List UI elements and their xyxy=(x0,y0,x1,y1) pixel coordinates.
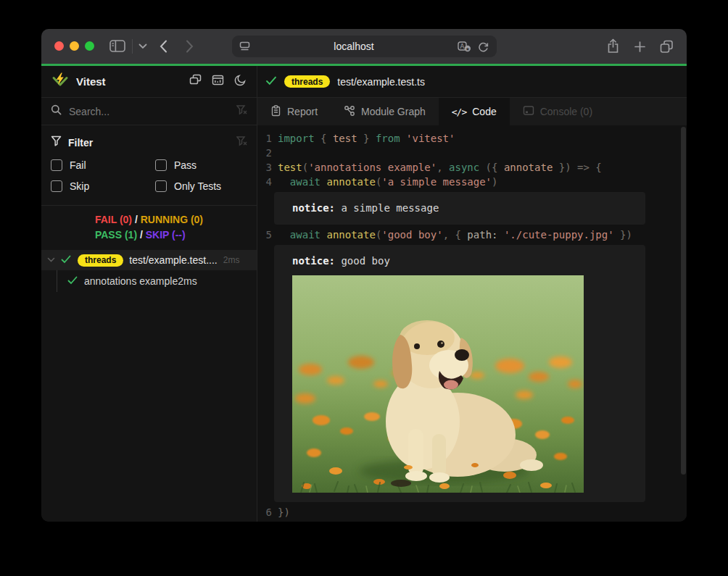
tree-row-test-case[interactable]: annotations example 2ms xyxy=(57,270,257,292)
browser-window: localhost A ★ xyxy=(41,29,687,522)
annotation-label: notice: xyxy=(292,202,335,214)
code-line: 3test('annotations example', async ({ an… xyxy=(257,160,687,175)
test-name: annotations example xyxy=(84,275,178,287)
reload-icon[interactable] xyxy=(478,41,489,52)
pool-badge: threads xyxy=(284,75,330,88)
search-icon xyxy=(51,104,62,118)
collapse-panels-icon[interactable] xyxy=(189,74,202,89)
share-icon[interactable] xyxy=(607,38,619,54)
code-line: 2 xyxy=(257,146,687,160)
dark-mode-moon-icon[interactable] xyxy=(234,74,247,89)
cute-puppy-picture xyxy=(292,275,584,493)
sidebar-toggle-icon[interactable] xyxy=(109,39,125,54)
sidebar-header: Vitest xyxy=(41,66,257,98)
checkbox-box[interactable] xyxy=(51,180,62,192)
pass-check-icon xyxy=(67,275,78,287)
annotation-image-cute-puppy xyxy=(292,275,584,493)
back-icon[interactable] xyxy=(160,40,167,53)
report-icon xyxy=(270,105,281,119)
checkbox-pass[interactable]: Pass xyxy=(155,159,247,171)
main-panel: threads test/example.test.ts Report xyxy=(257,66,687,522)
chevron-down-icon[interactable] xyxy=(138,43,147,49)
code-text: import { test } from 'vitest' xyxy=(278,131,455,146)
tab-module-graph[interactable]: Module Graph xyxy=(331,98,439,125)
annotation-message: good boy xyxy=(335,255,390,267)
code-icon: </> xyxy=(452,107,466,117)
fail-count: FAIL (0) xyxy=(95,214,132,225)
tab-report[interactable]: Report xyxy=(257,98,331,125)
line-number: 2 xyxy=(257,146,274,160)
checkbox-box[interactable] xyxy=(51,159,62,171)
line-number: 4 xyxy=(257,175,274,189)
pool-badge: threads xyxy=(78,254,123,267)
checkbox-fail[interactable]: Fail xyxy=(51,159,155,171)
skip-count: SKIP (--) xyxy=(146,229,186,241)
code-line: 4 await annotate('a simple message') xyxy=(257,175,687,189)
tab-code[interactable]: </> Code xyxy=(439,98,510,125)
code-text: await annotate('a simple message') xyxy=(278,175,497,189)
traffic-lights xyxy=(54,41,94,51)
line-number: 5 xyxy=(257,228,274,242)
filter-section: Filter Fail xyxy=(41,125,257,205)
running-count: RUNNING (0) xyxy=(141,214,203,225)
scrollbar-thumb[interactable] xyxy=(681,127,686,475)
code-line: 1import { test } from 'vitest' xyxy=(257,131,687,146)
filter-title: Filter xyxy=(68,137,93,149)
console-icon xyxy=(523,105,534,118)
tab-console[interactable]: Console (0) xyxy=(510,98,605,125)
code-line: 5 await annotate('good boy', { path: './… xyxy=(257,228,687,242)
app-title: Vitest xyxy=(76,75,106,88)
search-bar xyxy=(41,98,257,125)
annotation-label: notice: xyxy=(292,255,335,267)
module-graph-icon xyxy=(344,105,355,119)
tree-row-test-file[interactable]: threads test/example.test.... 2ms xyxy=(41,250,257,270)
chevron-down-icon[interactable] xyxy=(47,254,55,266)
duration: 2ms xyxy=(178,275,197,287)
desktop: localhost A ★ xyxy=(0,0,728,576)
search-input[interactable] xyxy=(69,106,236,117)
line-number: 1 xyxy=(257,131,274,146)
annotation-message: a simple message xyxy=(335,202,439,214)
pass-check-icon xyxy=(265,75,277,88)
line-number: 6 xyxy=(257,505,274,519)
test-tree: threads test/example.test.... 2ms annota… xyxy=(41,250,257,292)
pass-count: PASS (1) xyxy=(95,229,137,241)
code-editor[interactable]: 1import { test } from 'vitest'23test('an… xyxy=(257,125,687,522)
annotation-notice: notice: a simple message xyxy=(274,192,645,225)
url-text: localhost xyxy=(250,41,458,52)
forward-icon[interactable] xyxy=(186,40,194,53)
checkbox-box[interactable] xyxy=(155,180,167,192)
address-bar[interactable]: localhost A ★ xyxy=(232,36,497,57)
vitest-logo-icon xyxy=(51,72,69,92)
dashboard-icon[interactable] xyxy=(212,74,224,89)
annotation-notice: notice: good boy xyxy=(274,245,645,502)
duration: 2ms xyxy=(223,255,240,265)
tab-overview-icon[interactable] xyxy=(660,40,674,54)
browser-chrome: localhost A ★ xyxy=(41,29,687,64)
line-number: 3 xyxy=(257,160,274,175)
code-text: test('annotations example', async ({ ann… xyxy=(278,160,602,175)
reader-icon[interactable] xyxy=(239,41,250,51)
minimize-window-button[interactable] xyxy=(70,41,79,51)
clear-search-filter-icon[interactable] xyxy=(236,105,247,118)
summary-line-1: FAIL (0) / RUNNING (0) xyxy=(95,212,203,228)
svg-text:★: ★ xyxy=(466,46,470,51)
translate-icon[interactable]: A ★ xyxy=(458,41,471,52)
divider xyxy=(132,39,133,54)
test-summary: FAIL (0) / RUNNING (0) PASS (1) / SKIP (… xyxy=(41,206,257,248)
new-tab-icon[interactable] xyxy=(634,41,645,52)
checkbox-only-tests[interactable]: Only Tests xyxy=(155,180,247,192)
close-window-button[interactable] xyxy=(54,41,64,51)
open-file-path: test/example.test.ts xyxy=(337,76,425,88)
code-text: await annotate('good boy', { path: './cu… xyxy=(278,228,632,242)
checkbox-box[interactable] xyxy=(155,159,167,171)
svg-text:A: A xyxy=(460,42,465,49)
code-text: }) xyxy=(278,505,290,519)
sidebar: Vitest xyxy=(41,66,257,522)
summary-line-2: PASS (1) / SKIP (--) xyxy=(95,228,203,243)
clear-filter-icon[interactable] xyxy=(236,136,247,149)
file-header: threads test/example.test.ts xyxy=(257,66,687,98)
code-line: 6}) xyxy=(257,505,687,519)
zoom-window-button[interactable] xyxy=(85,41,94,51)
checkbox-skip[interactable]: Skip xyxy=(51,180,155,192)
